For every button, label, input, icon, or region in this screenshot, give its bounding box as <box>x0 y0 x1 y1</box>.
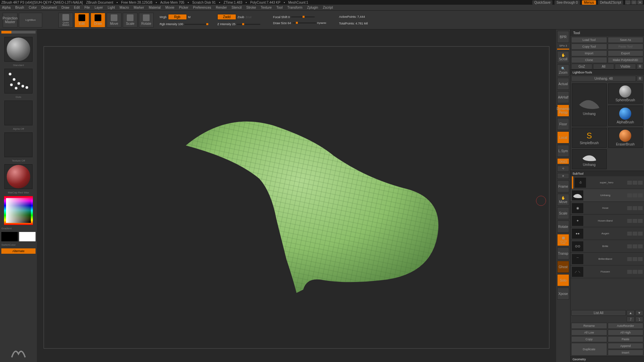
allhigh-button[interactable]: All High <box>608 329 644 336</box>
brush-selector[interactable] <box>4 37 33 62</box>
alpha-selector[interactable] <box>4 101 33 125</box>
rotate-y-button[interactable]: ⟲ <box>557 166 569 172</box>
floor-button[interactable]: Floor <box>557 118 569 130</box>
tool-thumb-main[interactable]: Umhang <box>572 83 607 126</box>
draw-mode-button[interactable]: Draw <box>91 13 105 27</box>
menu-document[interactable]: Document <box>42 6 57 9</box>
scale-mode-button[interactable]: Scale <box>123 13 138 27</box>
xpose-button[interactable]: Xpose <box>557 288 569 300</box>
canvas[interactable] <box>37 29 556 362</box>
tool-thumb-umhang2[interactable]: Umhang <box>572 149 607 169</box>
min-icon[interactable]: _ <box>625 0 631 4</box>
menu-draw[interactable]: Draw <box>61 6 69 9</box>
arrow-up-icon[interactable]: ▲ <box>627 310 635 316</box>
lsym-button[interactable]: L.Sym <box>557 145 569 157</box>
stroke-selector[interactable] <box>4 69 33 94</box>
export-button[interactable]: Export <box>608 50 644 56</box>
spix-label[interactable]: SPix 3 <box>559 44 567 47</box>
goz-all-button[interactable]: All <box>593 64 614 69</box>
menus-toggle[interactable]: Menus <box>582 0 596 5</box>
menu-render[interactable]: Render <box>216 6 227 9</box>
gradient-label[interactable]: Gradient <box>1 227 36 230</box>
menu-picker[interactable]: Picker <box>179 6 189 9</box>
xyz-button[interactable]: (xyz) <box>557 158 569 164</box>
zcut-button[interactable]: Zcut <box>246 15 252 19</box>
lightbox-tools-label[interactable]: Lightbox›Tools <box>571 69 644 75</box>
quicksketch-button[interactable]: Quick Sketch <box>58 13 73 27</box>
menu-tool[interactable]: Tool <box>276 6 282 9</box>
menu-stroke[interactable]: Stroke <box>246 6 256 9</box>
menu-marker[interactable]: Marker <box>133 6 144 9</box>
menu-color[interactable]: Color <box>29 6 37 9</box>
menu-edit[interactable]: Edit <box>74 6 80 9</box>
subtool-row[interactable]: ◉ Hose <box>571 202 644 215</box>
alternate-button[interactable]: Alternate <box>1 248 36 254</box>
subtool-row[interactable]: ●● Augen <box>571 227 644 240</box>
tool-thumb-sphere[interactable]: SphereBrush <box>608 83 643 104</box>
eye-icon[interactable] <box>638 193 643 197</box>
edit-mode-button[interactable]: Edit <box>74 13 89 27</box>
menu-layer[interactable]: Layer <box>95 6 103 9</box>
transp-button[interactable]: Transp <box>557 247 569 259</box>
subtool-row[interactable]: ✦ Hosen-Band <box>571 215 644 227</box>
subtool-row[interactable]: ☃ super_hero <box>571 176 644 189</box>
subtool-row[interactable]: ⟋⟍ Flossen <box>571 265 644 278</box>
menu-stencil[interactable]: Stencil <box>231 6 241 9</box>
menu-movie[interactable]: Movie <box>165 6 174 9</box>
menu-file[interactable]: File <box>85 6 90 9</box>
zsub-button[interactable]: Zsub <box>237 15 244 19</box>
move-3d-button[interactable]: ✋Move <box>557 194 569 206</box>
eye-icon[interactable] <box>638 181 643 185</box>
paint-icon[interactable] <box>627 193 632 197</box>
polyframe-button[interactable]: ▦Line Fill PolyF <box>557 234 569 246</box>
m-button[interactable]: M <box>188 15 191 19</box>
zoom-button[interactable]: 🔍Zoom <box>557 64 569 76</box>
menu-zscript[interactable]: Zscript <box>323 6 333 9</box>
color-picker[interactable] <box>4 196 33 225</box>
rotate-z-button[interactable]: ⊕ <box>557 173 569 179</box>
texture-selector[interactable] <box>4 132 33 157</box>
focal-shift-slider[interactable] <box>303 16 305 18</box>
brush-opt-icon[interactable] <box>633 181 637 185</box>
default-script[interactable]: DefaultZScript <box>598 0 623 5</box>
history-bar[interactable] <box>1 31 36 34</box>
tool-thumb-alpha[interactable]: AlphaBrush <box>608 106 643 126</box>
duplicate-button[interactable]: Duplicate <box>571 343 607 356</box>
quicksave-button[interactable]: QuickSave <box>532 0 552 5</box>
append-button[interactable]: Append <box>608 343 644 349</box>
scroll-button[interactable]: ✋Scroll <box>557 51 569 63</box>
list-all-button[interactable]: List All <box>571 310 626 316</box>
subtool-row-selected[interactable]: Umhang <box>571 189 644 202</box>
color-white[interactable] <box>19 232 36 241</box>
material-selector[interactable] <box>4 164 33 189</box>
copy-tool-button[interactable]: Copy Tool <box>571 44 607 50</box>
frame-button[interactable]: Frame <box>557 180 569 192</box>
move-down-icon[interactable]: ⤵ <box>635 316 643 322</box>
ghost-button[interactable]: Ghost <box>557 261 569 273</box>
paste-subtool-button[interactable]: Paste <box>608 336 644 342</box>
insert-button[interactable]: Insert <box>608 350 644 356</box>
mrgb-button[interactable]: Mrgb <box>160 15 167 19</box>
clone-button[interactable]: Clone <box>571 57 607 63</box>
menu-texture[interactable]: Texture <box>261 6 272 9</box>
move-up-icon[interactable]: ⤴ <box>627 316 635 322</box>
draw-size-slider[interactable] <box>296 22 298 24</box>
copy-subtool-button[interactable]: Copy <box>571 336 607 342</box>
paint-icon[interactable] <box>627 181 632 185</box>
lightbox-button[interactable]: LightBox <box>19 13 42 27</box>
aahalf-button[interactable]: AAHalf <box>557 91 569 103</box>
load-tool-button[interactable]: Load Tool <box>571 37 607 43</box>
solo-button[interactable]: Solo <box>557 274 569 286</box>
menu-brush[interactable]: Brush <box>15 6 24 9</box>
subtool-row[interactable]: ⌒ BrillenBand <box>571 253 644 265</box>
zadd-button[interactable]: Zadd <box>217 14 236 20</box>
projection-master-button[interactable]: Projection Master <box>3 13 17 27</box>
save-as-button[interactable]: Save As <box>608 37 644 43</box>
scale-3d-button[interactable]: Scale <box>557 207 569 219</box>
menu-zplugin[interactable]: Zplugin <box>307 6 318 9</box>
menu-preferences[interactable]: Preferences <box>193 6 211 9</box>
rgb-button[interactable]: Rgb <box>168 14 187 20</box>
arrow-down-icon[interactable]: ▼ <box>635 310 643 316</box>
switchcolor-button[interactable]: SwitchColor <box>1 243 36 246</box>
rotate-mode-button[interactable]: Rotate <box>139 13 154 27</box>
